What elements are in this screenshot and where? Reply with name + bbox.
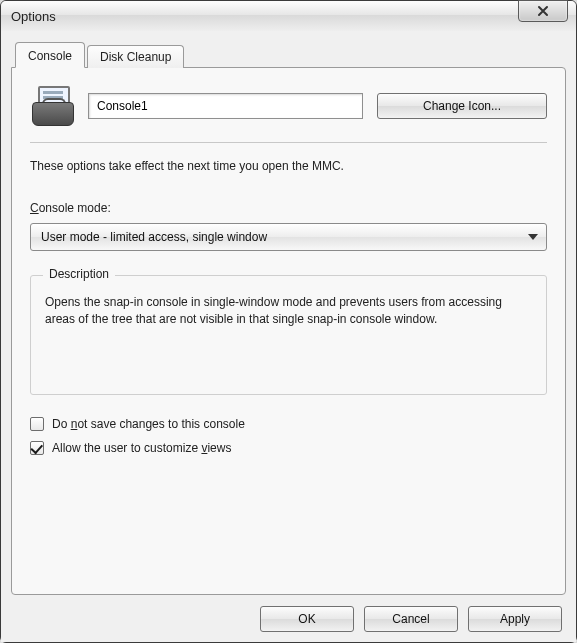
ok-button[interactable]: OK: [260, 606, 354, 632]
window-title: Options: [11, 9, 56, 24]
close-button[interactable]: [518, 0, 568, 22]
separator: [30, 142, 547, 143]
checkbox-row-dont-save[interactable]: Do not save changes to this console: [30, 417, 547, 431]
tab-label: Disk Cleanup: [100, 50, 171, 64]
tab-panel-console: Change Icon... These options take effect…: [11, 67, 566, 595]
checkbox-label: Do not save changes to this console: [52, 417, 245, 431]
tab-label: Console: [28, 49, 72, 63]
dialog-button-row: OK Cancel Apply: [260, 606, 562, 632]
console-name-input[interactable]: [88, 93, 363, 119]
client-area: Console Disk Cleanup Change Icon... Thes…: [1, 31, 576, 642]
checkbox-label: Allow the user to customize views: [52, 441, 231, 455]
cancel-button[interactable]: Cancel: [364, 606, 458, 632]
console-header-row: Change Icon...: [30, 84, 547, 128]
close-icon: [537, 5, 549, 17]
options-dialog: Options Console Disk Cleanup: [0, 0, 577, 643]
console-icon: [30, 84, 74, 128]
description-legend: Description: [43, 267, 115, 281]
tab-disk-cleanup[interactable]: Disk Cleanup: [87, 45, 184, 68]
description-groupbox: Description Opens the snap-in console in…: [30, 275, 547, 395]
checkbox-row-allow-custom[interactable]: Allow the user to customize views: [30, 441, 547, 455]
tab-console[interactable]: Console: [15, 42, 85, 68]
checkbox-dont-save[interactable]: [30, 417, 44, 431]
console-mode-combobox[interactable]: User mode - limited access, single windo…: [30, 223, 547, 251]
tabstrip: Console Disk Cleanup: [11, 41, 566, 67]
chevron-down-icon: [528, 234, 538, 240]
checkbox-allow-custom-views[interactable]: [30, 441, 44, 455]
description-text: Opens the snap-in console in single-wind…: [45, 294, 532, 329]
apply-button[interactable]: Apply: [468, 606, 562, 632]
console-mode-label: Console mode:: [30, 201, 547, 215]
change-icon-button[interactable]: Change Icon...: [377, 93, 547, 119]
intro-text: These options take effect the next time …: [30, 159, 547, 173]
titlebar[interactable]: Options: [1, 1, 576, 32]
console-mode-selected: User mode - limited access, single windo…: [41, 230, 267, 244]
